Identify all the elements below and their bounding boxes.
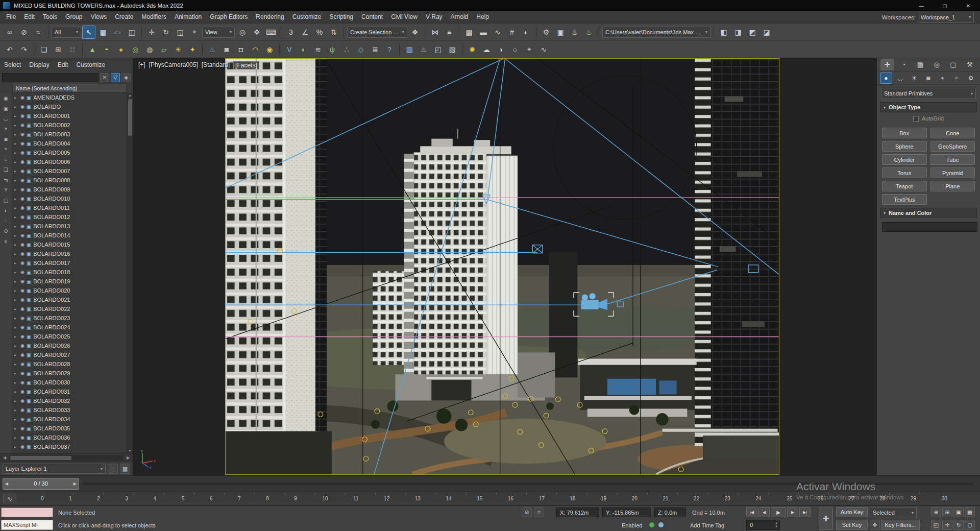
- menu-modifiers[interactable]: Modifiers: [137, 11, 170, 23]
- maxscript-mini-listener[interactable]: MAXScript Mi: [1, 520, 53, 530]
- sphere-light-icon[interactable]: ◉: [263, 43, 276, 56]
- list-item[interactable]: ▸◉▣BOLARDO038: [12, 451, 127, 453]
- eye-icon[interactable]: ◉: [20, 242, 24, 247]
- create-tab[interactable]: ✛: [880, 59, 894, 70]
- selection-lock-icon[interactable]: ⊘: [522, 507, 532, 517]
- list-item[interactable]: ▸◉▣BOLARDO025: [12, 332, 127, 341]
- dome-light-icon[interactable]: ◠: [249, 43, 262, 56]
- menu-views[interactable]: Views: [86, 11, 111, 23]
- eye-icon[interactable]: ◉: [20, 371, 24, 376]
- eye-icon[interactable]: ◉: [20, 316, 24, 321]
- eye-icon[interactable]: ◉: [20, 150, 24, 155]
- next-frame-button[interactable]: ▶: [787, 507, 798, 517]
- list-item[interactable]: ▸◉▣BOLARDO036: [12, 433, 127, 442]
- torus-button[interactable]: Torus: [882, 167, 927, 178]
- list-item[interactable]: ▸◉▣BOLARDO017: [12, 258, 127, 268]
- expand-icon[interactable]: ▸: [14, 178, 18, 183]
- play-animation-button[interactable]: ▶: [771, 507, 786, 517]
- cone-button[interactable]: Cone: [930, 128, 975, 138]
- orbit-icon[interactable]: ↻: [953, 520, 964, 530]
- systems-category[interactable]: ⚙: [965, 73, 977, 84]
- last-render-icon[interactable]: ▧: [446, 43, 459, 56]
- expand-icon[interactable]: ▸: [14, 151, 18, 155]
- scrollbar-thumb[interactable]: [128, 99, 132, 136]
- physical-camera-icon[interactable]: ◘: [234, 43, 248, 56]
- select-and-move-icon[interactable]: ✛: [145, 26, 158, 39]
- eye-icon[interactable]: ◉: [20, 334, 24, 339]
- expand-icon[interactable]: ▸: [14, 279, 18, 284]
- list-item[interactable]: ▸◉▣BOLARDO021: [12, 295, 127, 304]
- list-item[interactable]: ▸◉▣BOLARDO002: [12, 120, 127, 130]
- array-icon[interactable]: ⊞: [52, 43, 65, 56]
- close-button[interactable]: ✕: [957, 0, 980, 11]
- lock-icon[interactable]: ◈: [121, 73, 131, 82]
- eye-icon[interactable]: ◉: [20, 279, 24, 284]
- eye-icon[interactable]: ◉: [20, 233, 24, 238]
- use-pivot-center-icon[interactable]: ◎: [236, 26, 249, 39]
- minimize-button[interactable]: —: [910, 0, 933, 11]
- box-button[interactable]: Box: [882, 128, 927, 138]
- eye-icon[interactable]: ◉: [20, 224, 24, 229]
- eye-icon[interactable]: ◉: [20, 361, 24, 367]
- time-slider-thumb[interactable]: ◀ 0 / 30 ▶: [3, 478, 79, 490]
- display-all-icon[interactable]: ◉: [2, 94, 11, 102]
- zoom-extents-all-icon[interactable]: ▦: [965, 507, 975, 517]
- auto-key-button[interactable]: Auto Key: [836, 507, 868, 517]
- maximize-button[interactable]: ▢: [933, 0, 957, 11]
- eye-icon[interactable]: ◉: [20, 260, 24, 266]
- expand-icon[interactable]: ▸: [14, 141, 18, 146]
- scroll-up-icon[interactable]: ▲: [128, 93, 132, 98]
- list-item[interactable]: ▸◉▣BOLARDO004: [12, 139, 127, 148]
- curve-icon[interactable]: ∿: [537, 43, 550, 56]
- maximize-viewport-icon[interactable]: ◻: [965, 520, 975, 530]
- list-item[interactable]: ▸◉▣BOLARDO033: [12, 405, 127, 415]
- expand-icon[interactable]: ▸: [14, 298, 18, 302]
- rollout-object-type[interactable]: ▾ Object Type: [880, 102, 977, 112]
- explorer-options-icon[interactable]: ≡: [2, 237, 11, 245]
- environment-icon[interactable]: ☁: [480, 43, 493, 56]
- render-teapot-icon[interactable]: ♨: [417, 43, 430, 56]
- menu-group[interactable]: Group: [61, 11, 86, 23]
- object-name-field[interactable]: [882, 222, 977, 232]
- list-item[interactable]: ▸◉▣BOLARDO013: [12, 222, 127, 231]
- edit-named-sets-icon[interactable]: ❖: [408, 26, 422, 39]
- status-enabled-dot-icon[interactable]: [649, 522, 654, 527]
- spacewarps-category[interactable]: ≈: [950, 73, 963, 84]
- eye-icon[interactable]: ◉: [20, 104, 24, 109]
- expand-icon[interactable]: ▸: [14, 371, 18, 376]
- list-item[interactable]: ▸◉▣BOLARDO016: [12, 249, 127, 258]
- spot-light-icon[interactable]: ✦: [186, 43, 199, 56]
- eye-icon[interactable]: ◉: [20, 168, 24, 174]
- hscroll-thumb[interactable]: [10, 456, 71, 460]
- list-item[interactable]: ▸◉▣BOLARDO030: [12, 378, 127, 387]
- layer-explorer-toggle-icon[interactable]: ◧: [717, 26, 730, 39]
- zoom-extents-icon[interactable]: ▣: [953, 507, 964, 517]
- eye-icon[interactable]: ◉: [20, 288, 24, 293]
- torus-primitive-icon[interactable]: ◎: [129, 43, 142, 56]
- select-by-name-icon[interactable]: ▦: [96, 26, 110, 39]
- list-item[interactable]: ▸◉▣BOLARDO020: [12, 286, 127, 295]
- teapot-button[interactable]: Teapot: [882, 181, 927, 191]
- display-particles-icon[interactable]: ∴: [2, 216, 11, 225]
- dome-primitive-icon[interactable]: ◓: [100, 43, 113, 56]
- eye-icon[interactable]: ◉: [20, 297, 24, 302]
- expand-icon[interactable]: ▸: [14, 417, 18, 422]
- menu-civil-view[interactable]: Civil View: [387, 11, 422, 23]
- menu-animation[interactable]: Animation: [170, 11, 206, 23]
- menu-rendering[interactable]: Rendering: [252, 11, 288, 23]
- zoom-all-icon[interactable]: ⊞: [942, 507, 952, 517]
- display-bones-icon[interactable]: Y: [2, 186, 11, 194]
- expand-icon[interactable]: ▸: [14, 344, 18, 348]
- render-setup-icon[interactable]: ⚙: [540, 26, 553, 39]
- selection-filter-dropdown[interactable]: All▾: [52, 27, 81, 38]
- mini-curve-editor-button[interactable]: ∿: [3, 494, 16, 503]
- list-item[interactable]: ▸◉▣BOLARDO031: [12, 387, 127, 396]
- cylinder-primitive-icon[interactable]: ◍: [143, 43, 156, 56]
- explorer-menu-display[interactable]: Display: [29, 61, 49, 68]
- list-item[interactable]: ▸◉▣BOLARDO011: [12, 203, 127, 212]
- select-and-manipulate-icon[interactable]: ✥: [250, 26, 263, 39]
- align-icon[interactable]: ≡: [443, 26, 456, 39]
- light-lister-icon[interactable]: ≣: [369, 43, 382, 56]
- eye-icon[interactable]: ◉: [20, 187, 24, 192]
- list-item[interactable]: ▸◉▣BOLARDO012: [12, 212, 127, 222]
